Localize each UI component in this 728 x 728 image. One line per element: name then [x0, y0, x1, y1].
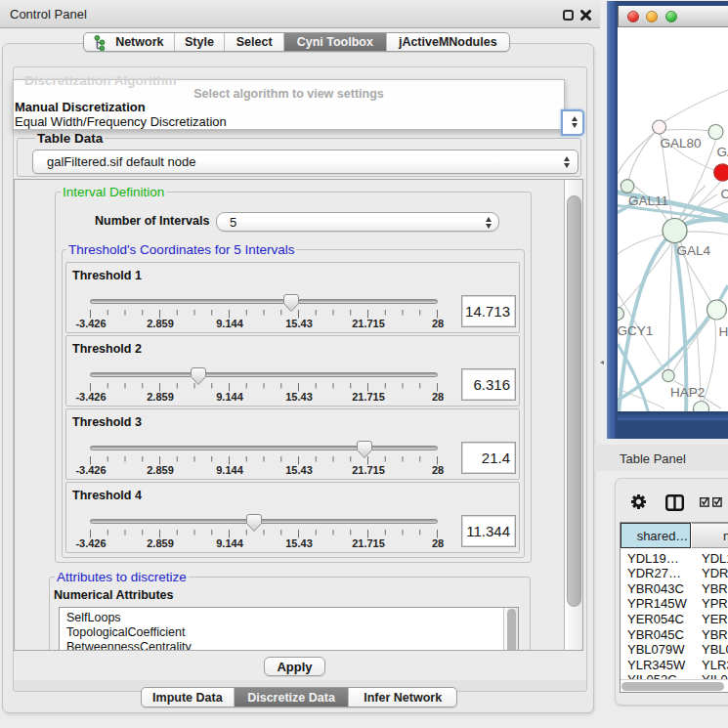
svg-text:GAL11: GAL11: [628, 193, 668, 208]
svg-text:GAL4: GAL4: [677, 243, 711, 258]
svg-text:HAP2: HAP2: [670, 385, 705, 400]
svg-text:HI: HI: [719, 324, 728, 339]
svg-text:GAL80: GAL80: [661, 136, 702, 150]
svg-text:GCY1: GCY1: [618, 323, 653, 338]
svg-text:GA: GA: [717, 145, 728, 159]
svg-text:CY: CY: [721, 187, 728, 201]
